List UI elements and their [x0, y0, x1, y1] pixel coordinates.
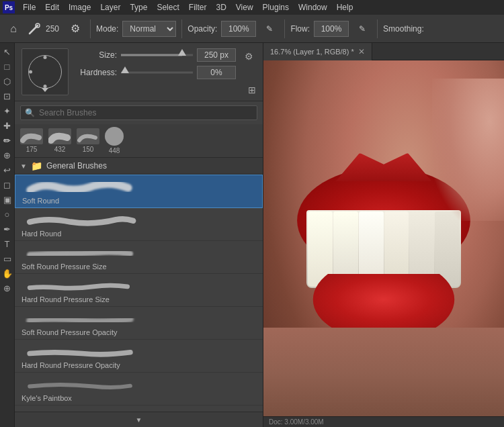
- brush-name-extra: Kyle's Paintbox: [22, 394, 256, 404]
- opacity-input[interactable]: [221, 21, 256, 37]
- menu-filter[interactable]: Filter: [185, 1, 211, 13]
- gradient-tool[interactable]: ▣: [1, 193, 13, 205]
- hardness-slider[interactable]: [121, 68, 193, 77]
- eyedropper-tool[interactable]: ✦: [1, 105, 13, 117]
- brush-name-hard-opacity: Hard Round Pressure Opacity: [22, 361, 256, 371]
- canvas-tab-title: 16.7% (Layer 1, RGB/8) *: [270, 48, 354, 56]
- search-icon: 🔍: [25, 108, 35, 117]
- brush-preview: [22, 48, 69, 95]
- main-area: ↖ □ ⬡ ⊡ ✦ ✚ ✏ ⊕ ↩ ◻ ▣ ○ ✒ T ▭ ✋ ⊕: [0, 43, 504, 427]
- crop-tool[interactable]: ⊡: [1, 90, 13, 102]
- recent-num-4: 448: [109, 147, 120, 154]
- brush-item-soft-round[interactable]: Soft Round: [15, 175, 263, 208]
- menu-window[interactable]: Window: [294, 1, 331, 13]
- opacity-label: Opacity:: [187, 24, 217, 34]
- hardness-input[interactable]: [197, 66, 236, 79]
- menu-layer[interactable]: Layer: [96, 1, 124, 13]
- zoom-tool[interactable]: ⊕: [1, 282, 13, 294]
- brush-circle: [28, 55, 62, 89]
- brush-item-hard-opacity[interactable]: Hard Round Pressure Opacity: [15, 340, 263, 373]
- brush-item-soft-round-pressure[interactable]: Soft Round Pressure Size: [15, 241, 263, 274]
- brush-name-hard-round: Hard Round: [22, 230, 256, 239]
- move-tool[interactable]: ↖: [1, 46, 13, 58]
- brush-stroke-hard-pressure: [22, 277, 256, 295]
- smoothing-label: Smoothing:: [383, 24, 424, 34]
- clone-tool[interactable]: ⊕: [1, 149, 13, 161]
- size-row: Size:: [75, 48, 236, 62]
- shape-tool[interactable]: ▭: [1, 252, 13, 265]
- brush-panel: Size: Hardness:: [15, 43, 263, 427]
- canvas-status-text: Doc: 3.00M/3.00M: [269, 418, 324, 426]
- healing-tool[interactable]: ✚: [1, 120, 13, 132]
- pressure-opacity-icon[interactable]: ✎: [260, 19, 279, 38]
- menu-bar: Ps File Edit Image Layer Type Select Fil…: [0, 0, 504, 15]
- brush-controls: Size: Hardness:: [75, 48, 236, 95]
- brush-settings-icon[interactable]: ⚙: [66, 19, 85, 38]
- menu-type[interactable]: Type: [126, 1, 151, 13]
- group-expand-icon: ▼: [20, 162, 27, 170]
- pen-tool[interactable]: ✒: [1, 223, 13, 235]
- menu-3d[interactable]: 3D: [212, 1, 230, 13]
- brush-group-header[interactable]: ▼ 📁 General Brushes: [15, 158, 263, 175]
- pressure-flow-icon[interactable]: ✎: [353, 19, 372, 38]
- recent-num-3: 150: [83, 146, 94, 153]
- brush-name-hard-pressure: Hard Round Pressure Size: [22, 295, 256, 305]
- canvas-content[interactable]: [263, 60, 504, 416]
- brush-item-hard-round-pressure[interactable]: Hard Round Pressure Size: [15, 274, 263, 307]
- search-input[interactable]: [39, 108, 253, 117]
- dodge-tool[interactable]: ○: [1, 208, 13, 220]
- scroll-down-arrow: ▼: [136, 416, 142, 424]
- brush-stroke-soft-pressure: [22, 244, 256, 263]
- recent-num-2: 432: [54, 146, 66, 153]
- menu-help[interactable]: Help: [333, 1, 358, 13]
- separator-3: [284, 19, 285, 38]
- brush-size-display: 250: [43, 24, 62, 34]
- mode-select[interactable]: Normal Dissolve Multiply: [122, 21, 176, 37]
- options-toolbar: ⌂ 250 ⚙ Mode: Normal Dissolve Multiply O…: [0, 15, 504, 43]
- brush-list-container[interactable]: ▼ 📁 General Brushes Soft Ro: [15, 158, 263, 412]
- hardness-row: Hardness:: [75, 66, 236, 79]
- flow-input[interactable]: [314, 21, 349, 37]
- ps-logo: Ps: [3, 1, 15, 13]
- brush-tool[interactable]: ✏: [1, 134, 13, 146]
- flow-label: Flow:: [290, 24, 310, 34]
- menu-view[interactable]: View: [232, 1, 257, 13]
- brush-stroke-soft-opacity: [22, 310, 256, 328]
- mode-label: Mode:: [96, 24, 118, 34]
- brush-settings: Size: Hardness:: [15, 43, 263, 101]
- hand-tool[interactable]: ✋: [1, 267, 13, 279]
- folder-icon: 📁: [31, 160, 42, 171]
- canvas-area: 16.7% (Layer 1, RGB/8) * ✕: [263, 43, 504, 427]
- separator-4: [377, 19, 378, 38]
- brush-item-hard-round[interactable]: Hard Round: [15, 208, 263, 241]
- brush-name-soft-round: Soft Round: [22, 197, 255, 206]
- menu-select[interactable]: Select: [153, 1, 183, 13]
- brush-item-soft-opacity[interactable]: Soft Round Pressure Opacity: [15, 307, 263, 340]
- eraser-tool[interactable]: ◻: [1, 179, 13, 191]
- home-button[interactable]: ⌂: [4, 19, 23, 38]
- menu-edit[interactable]: Edit: [41, 1, 63, 13]
- recent-brush-2[interactable]: 432: [48, 128, 71, 153]
- canvas-tab-bar: 16.7% (Layer 1, RGB/8) * ✕: [263, 43, 504, 60]
- canvas-tab-active[interactable]: 16.7% (Layer 1, RGB/8) * ✕: [263, 43, 372, 60]
- marquee-tool[interactable]: □: [1, 60, 13, 73]
- menu-image[interactable]: Image: [65, 1, 95, 13]
- recent-brushes: 175 432 150 448: [15, 124, 263, 158]
- lasso-tool[interactable]: ⬡: [1, 75, 13, 87]
- type-tool[interactable]: T: [1, 238, 13, 250]
- menu-file[interactable]: File: [19, 1, 40, 13]
- brush-item-extra[interactable]: Kyle's Paintbox: [15, 373, 263, 406]
- size-input[interactable]: [197, 48, 236, 62]
- canvas-tab-close[interactable]: ✕: [358, 47, 365, 56]
- recent-brush-3[interactable]: 150: [77, 128, 99, 153]
- settings-icon[interactable]: ⚙: [245, 51, 253, 62]
- recent-brush-4[interactable]: 448: [105, 127, 124, 154]
- size-slider[interactable]: [121, 50, 193, 60]
- menu-plugins[interactable]: Plugins: [259, 1, 293, 13]
- recent-brush-1[interactable]: 175: [20, 128, 43, 153]
- separator-1: [90, 19, 91, 38]
- history-tool[interactable]: ↩: [1, 164, 13, 176]
- brush-stroke-hard-round: [22, 211, 256, 230]
- add-brush-icon[interactable]: ⊞: [248, 85, 256, 95]
- brush-name-soft-pressure: Soft Round Pressure Size: [22, 263, 256, 272]
